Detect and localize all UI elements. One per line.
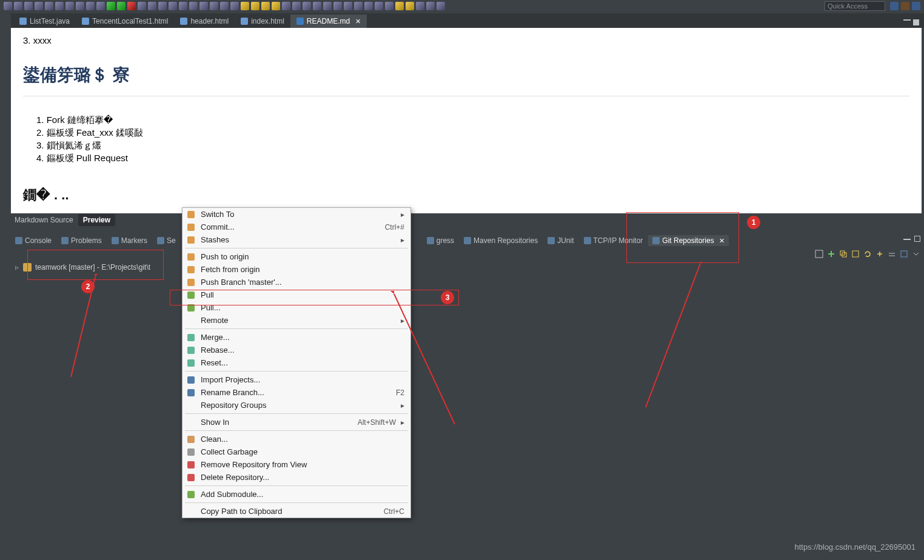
refresh-icon[interactable] xyxy=(863,250,872,258)
menu-item[interactable]: Pull... xyxy=(182,301,410,314)
panel-tab[interactable]: Console xyxy=(11,235,56,246)
toolbar-icon[interactable] xyxy=(333,2,342,10)
collapse-icon[interactable] xyxy=(888,250,896,258)
toolbar-icon[interactable] xyxy=(117,2,126,10)
toolbar-icon[interactable] xyxy=(127,2,136,10)
maximize-icon[interactable] xyxy=(913,19,919,25)
menu-item[interactable]: Stashes▸ xyxy=(182,233,410,246)
toolbar-icon[interactable] xyxy=(241,2,249,10)
panel-tab[interactable]: Problems xyxy=(57,235,106,246)
link-icon[interactable] xyxy=(875,250,884,258)
toolbar-icon[interactable] xyxy=(282,2,290,10)
toolbar-icon[interactable] xyxy=(426,2,435,10)
toolbar-icon[interactable] xyxy=(354,2,363,10)
toolbar-icon[interactable] xyxy=(96,2,105,10)
toolbar-icon[interactable] xyxy=(179,2,187,10)
toolbar-icon[interactable] xyxy=(65,2,74,10)
toolbar-icon[interactable] xyxy=(364,2,373,10)
toolbar-icon[interactable] xyxy=(76,2,84,10)
menu-item[interactable]: Collect Garbage xyxy=(182,445,410,458)
toolbar-icon[interactable] xyxy=(272,2,280,10)
menu-item[interactable]: Add Submodule... xyxy=(182,488,410,501)
menu-item[interactable]: Push Branch 'master'... xyxy=(182,276,410,288)
expand-arrow-icon[interactable]: ▹ xyxy=(15,263,19,272)
toolbar-icon[interactable] xyxy=(86,2,95,10)
toolbar-icon[interactable] xyxy=(14,2,22,10)
toolbar-icon[interactable] xyxy=(138,2,146,10)
menu-item[interactable]: Repository Groups▸ xyxy=(182,399,410,412)
toolbar-icon[interactable] xyxy=(189,2,198,10)
menu-item[interactable]: Clean... xyxy=(182,433,410,445)
menu-item[interactable]: Remote▸ xyxy=(182,314,410,327)
panel-tab[interactable]: Git Repositories✕ xyxy=(648,235,728,246)
toolbar-icon[interactable] xyxy=(251,2,259,10)
toolbar-icon[interactable] xyxy=(292,2,301,10)
close-icon[interactable]: ✕ xyxy=(355,18,361,25)
toolbar-icon[interactable] xyxy=(261,2,270,10)
menu-item[interactable]: Commit...Ctrl+# xyxy=(182,221,410,233)
menu-item[interactable]: Remove Repository from View xyxy=(182,458,410,471)
toolbar-icon[interactable] xyxy=(45,2,53,10)
editor-tab[interactable]: TencentLocalTest1.html xyxy=(76,15,174,28)
toolbar-icon[interactable] xyxy=(199,2,208,10)
toolbar-icon[interactable] xyxy=(344,2,352,10)
toolbar-icon[interactable] xyxy=(158,2,167,10)
menu-item[interactable]: Switch To▸ xyxy=(182,208,410,221)
toolbar-icon[interactable] xyxy=(385,2,393,10)
toolbar-icon[interactable] xyxy=(230,2,239,10)
menu-item[interactable]: Show InAlt+Shift+W▸ xyxy=(182,416,410,428)
editor-tab[interactable]: index.html xyxy=(235,15,290,28)
toolbar-icon[interactable] xyxy=(107,2,115,10)
menu-item[interactable]: Rename Branch...F2 xyxy=(182,386,410,399)
view-menu-icon[interactable] xyxy=(815,250,823,258)
perspective-icon[interactable] xyxy=(890,2,899,10)
markdown-subtab[interactable]: Markdown Source xyxy=(10,214,78,226)
toolbar-icon[interactable] xyxy=(220,2,229,10)
add-repo-icon[interactable] xyxy=(827,250,835,258)
minimize-icon[interactable] xyxy=(903,239,911,240)
menu-item[interactable]: Pull xyxy=(182,288,410,301)
toolbar-icon[interactable] xyxy=(210,2,218,10)
toolbar-icon[interactable] xyxy=(24,2,33,10)
toolbar-icon[interactable] xyxy=(313,2,321,10)
editor-tab[interactable]: ListTest.java xyxy=(13,15,76,28)
menu-item[interactable]: Copy Path to ClipboardCtrl+C xyxy=(182,505,410,518)
menu-item[interactable]: Merge... xyxy=(182,331,410,344)
minimize-icon[interactable] xyxy=(903,19,911,21)
quick-access-input[interactable]: Quick Access xyxy=(825,1,885,11)
menu-item[interactable]: Rebase... xyxy=(182,344,410,356)
panel-tab[interactable]: JUnit xyxy=(543,235,578,246)
menu-item[interactable]: Push to origin xyxy=(182,250,410,263)
perspective-icon[interactable] xyxy=(912,2,920,10)
menu-item[interactable]: Import Projects... xyxy=(182,373,410,386)
toolbar-icon[interactable] xyxy=(303,2,311,10)
markdown-subtab[interactable]: Preview xyxy=(78,214,115,226)
menu-item[interactable]: Reset... xyxy=(182,356,410,369)
toolbar-icon[interactable] xyxy=(148,2,156,10)
maximize-icon[interactable] xyxy=(914,236,920,242)
menu-icon[interactable] xyxy=(912,250,920,258)
panel-tab[interactable]: Se xyxy=(153,235,180,246)
toolbar-icon[interactable] xyxy=(416,2,424,10)
toolbar-icon[interactable] xyxy=(323,2,332,10)
panel-tab[interactable]: Markers xyxy=(107,235,152,246)
toolbar-icon[interactable] xyxy=(395,2,404,10)
panel-tab[interactable]: Maven Repositories xyxy=(460,235,542,246)
panel-tab[interactable]: TCP/IP Monitor xyxy=(580,235,648,246)
close-icon[interactable]: ✕ xyxy=(719,237,725,245)
menu-item[interactable]: Fetch from origin xyxy=(182,263,410,276)
create-repo-icon[interactable] xyxy=(851,250,860,258)
toolbar-icon[interactable] xyxy=(55,2,64,10)
hierarchy-icon[interactable] xyxy=(900,250,908,258)
repo-tree-item[interactable]: ▹ teamwork [master] - E:\Projects\git\t xyxy=(11,261,924,274)
perspective-icon[interactable] xyxy=(901,2,909,10)
panel-tab[interactable]: gress xyxy=(423,235,458,246)
toolbar-icon[interactable] xyxy=(375,2,383,10)
toolbar-icon[interactable] xyxy=(437,2,445,10)
editor-tab[interactable]: header.html xyxy=(174,15,235,28)
toolbar-icon[interactable] xyxy=(169,2,177,10)
toolbar-icon[interactable] xyxy=(4,2,12,10)
menu-item[interactable]: Delete Repository... xyxy=(182,471,410,484)
clone-repo-icon[interactable] xyxy=(839,250,848,258)
toolbar-icon[interactable] xyxy=(35,2,43,10)
